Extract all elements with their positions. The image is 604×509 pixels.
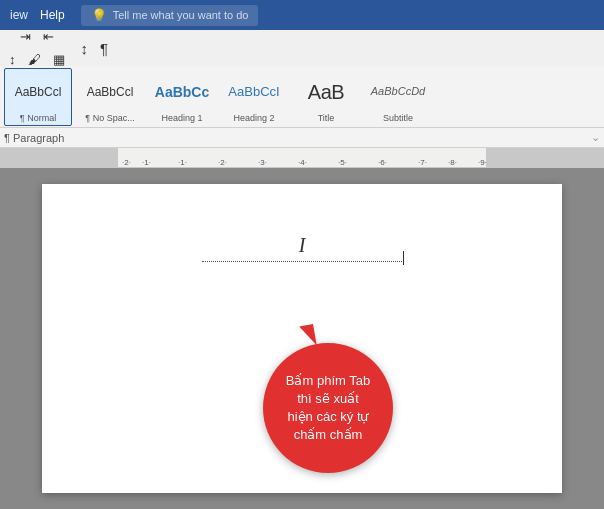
text-cursor: I: [299, 234, 306, 257]
style-heading2-preview: AaBbCcI: [228, 71, 279, 113]
paragraph-label: ¶ Paragraph: [4, 132, 64, 144]
line-spacing-btn[interactable]: ↕: [4, 49, 21, 70]
ribbon-row1: ⇥ ⇤ ↕ 🖌 ▦ ↕ ¶: [0, 30, 604, 66]
document-area: I Bấm phím Tab thì sẽ xuất hiện các ký t…: [0, 168, 604, 509]
borders-btn[interactable]: ▦: [48, 49, 70, 70]
menu-bar: iew Help: [10, 8, 65, 22]
style-subtitle-preview: AaBbCcDd: [371, 71, 425, 113]
style-heading1-label: Heading 1: [161, 113, 202, 123]
style-normal[interactable]: AaBbCcl ¶ Normal: [4, 68, 72, 126]
ruler-content: ·2· ·1· ·1· ·2· ·3· ·4· ·5· ·6· ·7· ·8· …: [0, 148, 604, 167]
increase-indent-btn[interactable]: ⇥: [15, 26, 36, 47]
search-bar[interactable]: 💡 Tell me what you want to do: [81, 5, 259, 26]
lightbulb-icon: 💡: [91, 8, 107, 23]
tooltip-bubble: Bấm phím Tab thì sẽ xuất hiện các ký tự …: [263, 343, 393, 473]
style-heading2[interactable]: AaBbCcI Heading 2: [220, 68, 288, 126]
style-title[interactable]: AaB Title: [292, 68, 360, 126]
style-title-preview: AaB: [308, 71, 344, 113]
style-normal-preview: AaBbCcl: [15, 71, 62, 113]
style-heading1[interactable]: AaBbCc Heading 1: [148, 68, 216, 126]
show-hide-btn[interactable]: ¶: [95, 37, 113, 60]
style-nospace[interactable]: AaBbCcl ¶ No Spac...: [76, 68, 144, 126]
cursor-blink: [403, 251, 405, 265]
style-nospace-label: ¶ No Spac...: [85, 113, 134, 123]
cursor-area: I: [102, 234, 502, 262]
decrease-indent-btn[interactable]: ⇤: [38, 26, 59, 47]
style-heading2-label: Heading 2: [233, 113, 274, 123]
style-normal-label: ¶ Normal: [20, 113, 56, 123]
ruler: ·2· ·1· ·1· ·2· ·3· ·4· ·5· ·6· ·7· ·8· …: [0, 148, 604, 168]
expand-arrow[interactable]: ⌄: [591, 131, 600, 144]
paragraph-label-row: ¶ Paragraph ⌄: [0, 128, 604, 148]
style-subtitle[interactable]: AaBbCcDd Subtitle: [364, 68, 432, 126]
tooltip-text: Bấm phím Tab thì sẽ xuất hiện các ký tự …: [286, 372, 370, 445]
style-title-label: Title: [318, 113, 335, 123]
title-bar-left: iew Help 💡 Tell me what you want to do: [10, 5, 258, 26]
style-gallery: AaBbCcl ¶ Normal AaBbCcl ¶ No Spac... Aa…: [0, 66, 604, 128]
sort-btn[interactable]: ↕: [76, 37, 94, 60]
ruler-marks: ·2· ·1· ·1· ·2· ·3· ·4· ·5· ·6· ·7· ·8· …: [118, 148, 486, 167]
menu-item-view[interactable]: iew: [10, 8, 28, 22]
document-page[interactable]: I Bấm phím Tab thì sẽ xuất hiện các ký t…: [42, 184, 562, 493]
dotted-tab-line: [202, 261, 402, 262]
indent-group: ⇥ ⇤ ↕ 🖌 ▦: [4, 26, 70, 70]
menu-item-help[interactable]: Help: [40, 8, 65, 22]
style-nospace-preview: AaBbCcl: [87, 71, 134, 113]
shading-btn[interactable]: 🖌: [23, 49, 46, 70]
title-bar: iew Help 💡 Tell me what you want to do: [0, 0, 604, 30]
style-subtitle-label: Subtitle: [383, 113, 413, 123]
search-placeholder-text: Tell me what you want to do: [113, 9, 249, 21]
style-heading1-preview: AaBbCc: [155, 71, 209, 113]
